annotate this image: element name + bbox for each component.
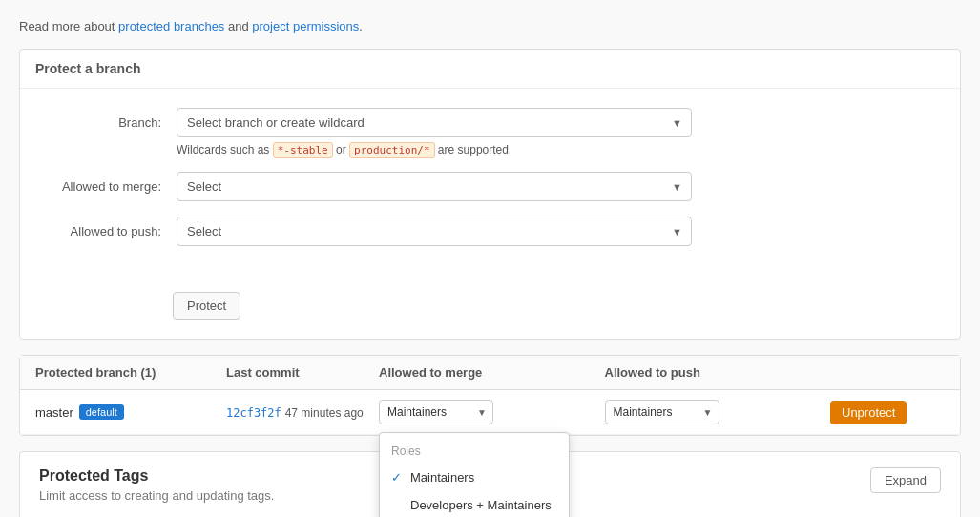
wildcard-code2: production/* (349, 142, 434, 158)
wildcard-code1: *-stable (273, 142, 333, 158)
branch-label: Branch: (43, 108, 177, 130)
col-merge-header: Allowed to merge (379, 365, 605, 380)
protect-branch-title: Protect a branch (20, 50, 960, 89)
merge-field: Select ▼ (177, 172, 937, 201)
roles-section-label: Roles (380, 441, 569, 464)
expand-button[interactable]: Expand (870, 467, 941, 493)
check-icon: ✓ (391, 470, 405, 485)
col-push-header: Allowed to push (605, 365, 831, 380)
roles-dropdown: Roles ✓ Maintainers Developers + Maintai… (379, 432, 570, 517)
merge-value-cell: Maintainers ▼ (379, 400, 605, 424)
branch-name-cell: master default (35, 404, 226, 420)
push-value-select-wrapper: Maintainers ▼ (605, 400, 719, 424)
wildcard-hint: Wildcards such as *-stable or production… (177, 143, 937, 156)
dropdown-item-developers[interactable]: Developers + Maintainers (380, 491, 569, 517)
merge-label: Allowed to merge: (43, 172, 177, 194)
unprotect-button[interactable]: Unprotect (830, 401, 907, 424)
merge-select-wrapper: Select ▼ (177, 172, 692, 201)
tags-subtitle: Limit access to creating and updating ta… (39, 488, 274, 503)
branch-select-wrapper: Select branch or create wildcard ▼ (177, 108, 692, 137)
commit-hash-link[interactable]: 12cf3f2f (226, 406, 281, 420)
protected-branches-link[interactable]: protected branches (118, 19, 224, 33)
protect-branch-form: Branch: Select branch or create wildcard… (20, 89, 960, 280)
branch-select[interactable]: Select branch or create wildcard (177, 108, 692, 137)
col-branch-header: Protected branch (1) (35, 365, 226, 380)
branches-table: Protected branch (1) Last commit Allowed… (20, 356, 960, 435)
protect-branch-panel: Protect a branch Branch: Select branch o… (19, 49, 961, 340)
col-action-header (830, 365, 945, 380)
branches-panel: Protected branch (1) Last commit Allowed… (19, 355, 961, 436)
commit-cell: 12cf3f2f 47 minutes ago (226, 404, 379, 420)
table-row: master default 12cf3f2f 47 minutes ago M… (20, 390, 960, 435)
maintainers-label: Maintainers (410, 470, 474, 485)
merge-row: Allowed to merge: Select ▼ (43, 172, 937, 201)
col-commit-header: Last commit (226, 365, 379, 380)
dropdown-item-maintainers[interactable]: ✓ Maintainers (380, 464, 569, 491)
push-label: Allowed to push: (43, 217, 177, 238)
push-value-select[interactable]: Maintainers (605, 400, 719, 424)
protect-btn-row: Protect (20, 280, 960, 339)
branch-field: Select branch or create wildcard ▼ Wildc… (177, 108, 937, 156)
table-header: Protected branch (1) Last commit Allowed… (20, 356, 960, 390)
branch-row: Branch: Select branch or create wildcard… (43, 108, 937, 156)
tags-title: Protected Tags (39, 467, 274, 485)
merge-select[interactable]: Select (177, 172, 692, 201)
action-cell: Unprotect (830, 401, 945, 424)
default-badge: default (79, 404, 124, 420)
merge-value-select[interactable]: Maintainers (379, 400, 493, 424)
protect-button[interactable]: Protect (173, 292, 240, 320)
project-permissions-link[interactable]: project permissions (252, 19, 359, 33)
developers-label: Developers + Maintainers (410, 498, 552, 512)
tags-title-area: Protected Tags Limit access to creating … (39, 467, 274, 503)
push-field: Select ▼ (177, 217, 937, 246)
commit-time-text: 47 minutes ago (285, 406, 364, 420)
push-value-cell: Maintainers ▼ (605, 400, 831, 424)
push-select[interactable]: Select (177, 217, 692, 246)
push-select-wrapper: Select ▼ (177, 217, 692, 246)
branch-name-text: master (35, 405, 73, 420)
merge-value-select-wrapper: Maintainers ▼ (379, 400, 493, 424)
intro-text: Read more about protected branches and p… (19, 19, 961, 33)
push-row: Allowed to push: Select ▼ (43, 217, 937, 246)
